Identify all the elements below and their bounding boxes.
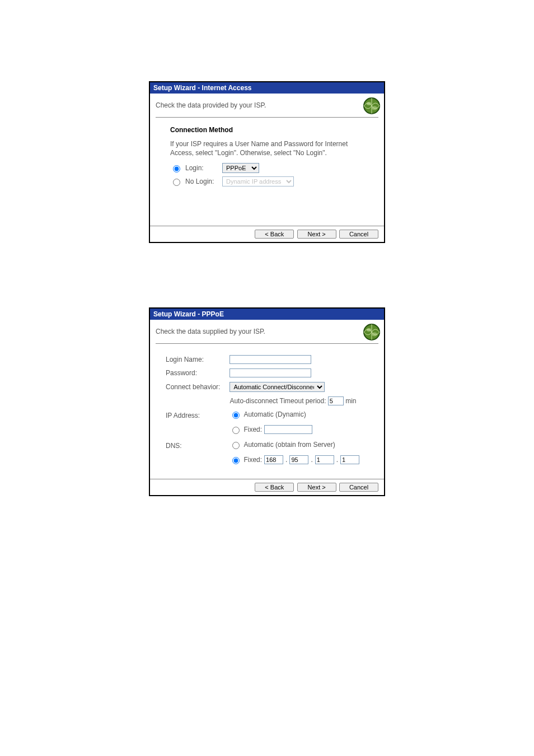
select-login-type[interactable]: PPPoE: [222, 163, 259, 173]
input-dns-octet-1[interactable]: [264, 455, 283, 464]
back-button[interactable]: < Back: [255, 483, 294, 492]
select-connect-behavior[interactable]: Automatic Connect/Disconnect: [229, 382, 325, 392]
back-button[interactable]: < Back: [255, 230, 294, 239]
button-bar: < Back Next > Cancel: [150, 226, 384, 242]
svg-point-2: [372, 106, 377, 110]
dialog-content: Login Name: Password: Connect behavior: …: [150, 344, 384, 477]
svg-point-4: [367, 328, 371, 332]
dialog-content: Connection Method If your ISP requires a…: [150, 118, 384, 223]
label-ip-fixed: Fixed:: [243, 426, 262, 433]
label-timeout-suffix: min: [345, 397, 356, 405]
radio-dns-fixed[interactable]: [232, 457, 240, 464]
radio-ip-automatic[interactable]: [232, 412, 240, 419]
section-title: Connection Method: [170, 126, 368, 134]
header-text: Check the data provided by your ISP.: [156, 101, 266, 109]
title-bar: Setup Wizard - Internet Access: [150, 82, 384, 94]
helper-text: If your ISP requires a User Name and Pas…: [170, 139, 368, 157]
input-login-name[interactable]: [229, 355, 311, 364]
form-table: Login Name: Password: Connect behavior: …: [162, 352, 372, 469]
input-dns-octet-3[interactable]: [315, 455, 334, 464]
radio-login[interactable]: [173, 165, 180, 172]
globe-icon: [363, 323, 381, 341]
radio-nologin[interactable]: [173, 179, 180, 186]
cancel-button[interactable]: Cancel: [339, 230, 378, 239]
input-dns-octet-2[interactable]: [289, 455, 308, 464]
label-password: Password:: [163, 367, 226, 379]
cancel-button[interactable]: Cancel: [339, 483, 378, 492]
next-button[interactable]: Next >: [297, 483, 336, 492]
label-dns-automatic: Automatic (obtain from Server): [243, 441, 335, 449]
dialog-header: Check the data supplied by your ISP.: [150, 320, 384, 343]
select-nologin-type: Dynamic IP address: [222, 176, 294, 186]
dialog-internet-access: Setup Wizard - Internet Access Check the…: [149, 81, 385, 243]
dialog-pppoe: Setup Wizard - PPPoE Check the data supp…: [149, 307, 385, 496]
input-password[interactable]: [229, 368, 311, 377]
input-ip-fixed[interactable]: [264, 425, 312, 434]
label-ip-automatic: Automatic (Dynamic): [243, 410, 306, 418]
label-connect-behavior: Connect behavior:: [163, 380, 226, 394]
dialog-title: Setup Wizard - PPPoE: [153, 310, 224, 318]
label-dns: DNS:: [163, 438, 226, 452]
next-button[interactable]: Next >: [297, 230, 336, 239]
svg-point-5: [372, 333, 377, 337]
dialog-title: Setup Wizard - Internet Access: [153, 84, 252, 92]
dialog-header: Check the data provided by your ISP.: [150, 94, 384, 117]
svg-point-1: [367, 102, 371, 105]
title-bar: Setup Wizard - PPPoE: [150, 309, 384, 320]
label-dns-fixed: Fixed:: [243, 456, 262, 464]
label-login: Login:: [185, 164, 219, 172]
radio-ip-fixed[interactable]: [232, 427, 240, 434]
input-timeout[interactable]: [328, 396, 344, 405]
globe-icon: [363, 97, 381, 115]
radio-dns-automatic[interactable]: [232, 442, 240, 449]
header-text: Check the data supplied by your ISP.: [156, 328, 265, 335]
input-dns-octet-4[interactable]: [340, 455, 359, 464]
label-nologin: No Login:: [185, 178, 219, 185]
label-login-name: Login Name:: [163, 353, 226, 366]
button-bar: < Back Next > Cancel: [150, 479, 384, 495]
label-timeout-prefix: Auto-disconnect Timeout period:: [229, 397, 326, 405]
label-ip-address: IP Address:: [163, 408, 226, 422]
